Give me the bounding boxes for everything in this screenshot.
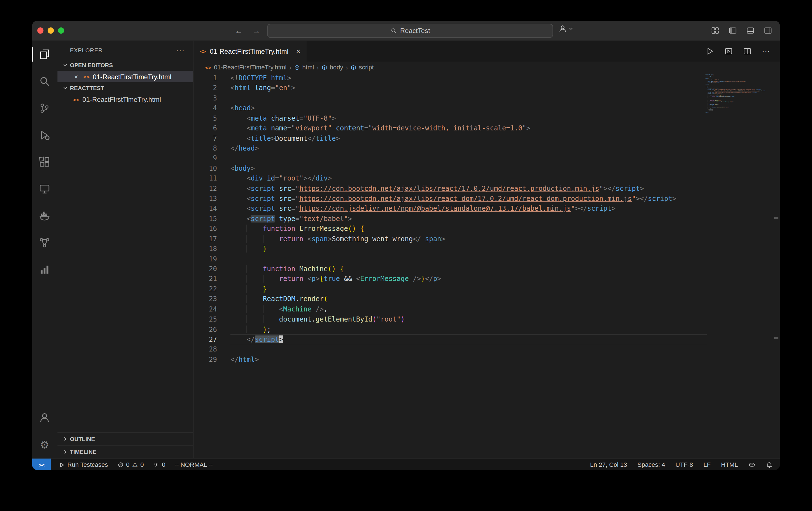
code-line-19[interactable] xyxy=(230,254,707,264)
close-window-button[interactable] xyxy=(37,27,44,34)
line-number[interactable]: 26 xyxy=(194,324,217,334)
workspace-header[interactable]: REACTTEST xyxy=(57,82,193,94)
customize-layout-icon[interactable] xyxy=(709,25,721,36)
code-line-29[interactable]: </html> xyxy=(230,355,707,365)
encoding[interactable]: UTF-8 xyxy=(674,461,694,469)
code-line-24[interactable]: <Machine />, xyxy=(230,304,707,314)
code-line-20[interactable]: function Machine() { xyxy=(230,264,707,274)
minimize-window-button[interactable] xyxy=(48,27,54,34)
run-debug-icon[interactable] xyxy=(32,122,57,149)
settings-gear-icon[interactable]: ⚙ xyxy=(32,431,57,458)
navigate-forward-button[interactable]: → xyxy=(251,26,262,35)
code-line-1[interactable]: <!DOCTYPE html> xyxy=(230,73,707,83)
code-line-25[interactable]: document.getElementById("root") xyxy=(230,314,707,324)
line-number[interactable]: 3 xyxy=(194,93,217,103)
line-number[interactable]: 6 xyxy=(194,123,217,133)
run-testcases-panel-icon[interactable] xyxy=(723,46,734,57)
code-line-2[interactable]: <html lang="en"> xyxy=(230,83,707,93)
code-line-4[interactable]: <head> xyxy=(230,103,707,113)
breadcrumb-file[interactable]: <> 01-ReactFirstTimeTry.html xyxy=(205,63,286,71)
vim-mode-indicator[interactable]: -- NORMAL -- xyxy=(174,459,214,470)
line-number[interactable]: 13 xyxy=(194,194,217,204)
remote-indicator[interactable]: >< xyxy=(32,459,51,470)
code-line-28[interactable] xyxy=(230,344,707,355)
navigate-back-button[interactable]: ← xyxy=(233,26,244,35)
code-line-13[interactable]: <script src="https://cdn.bootcdn.net/aja… xyxy=(230,194,707,204)
command-center-search[interactable]: ReactTest xyxy=(267,24,553,38)
line-number[interactable]: 23 xyxy=(194,294,217,304)
code-line-14[interactable]: <script src="https://cdn.jsdelivr.net/np… xyxy=(230,204,707,214)
breadcrumb-script[interactable]: script xyxy=(351,63,374,71)
line-number[interactable]: 16 xyxy=(194,224,217,234)
explorer-icon[interactable] xyxy=(32,41,57,68)
bar-chart-icon[interactable] xyxy=(32,256,57,283)
tab-01-reactfirsttimetry[interactable]: <> 01-ReactFirstTimeTry.html × xyxy=(194,41,307,62)
code-line-27[interactable]: </script> xyxy=(230,334,707,344)
toggle-primary-sidebar-icon[interactable] xyxy=(727,25,738,36)
graph-nodes-icon[interactable] xyxy=(32,229,57,256)
code-line-8[interactable]: </head> xyxy=(230,143,707,153)
line-number[interactable]: 28 xyxy=(194,344,217,355)
line-number[interactable]: 15 xyxy=(194,214,217,224)
more-actions-icon[interactable]: ··· xyxy=(760,46,772,57)
copilot-menu-button[interactable] xyxy=(558,24,574,33)
notifications-bell-icon[interactable] xyxy=(765,461,774,468)
outline-section-header[interactable]: OUTLINE xyxy=(57,432,193,445)
run-file-icon[interactable] xyxy=(704,46,716,57)
explorer-more-actions-icon[interactable]: ··· xyxy=(176,46,185,55)
line-number[interactable]: 8 xyxy=(194,143,217,153)
problems-indicator[interactable]: 0 ⚠ 0 xyxy=(116,459,145,470)
copilot-icon[interactable] xyxy=(747,461,757,469)
line-number[interactable]: 14 xyxy=(194,204,217,214)
line-number[interactable]: 18 xyxy=(194,244,217,254)
close-editor-icon[interactable]: × xyxy=(72,73,80,81)
line-number-gutter[interactable]: 1234567891011121314151617181920212223242… xyxy=(194,73,217,365)
code-line-5[interactable]: <meta charset="UTF-8"> xyxy=(230,113,707,123)
code-line-21[interactable]: return <p>{true && <ErrorMessage />}</p> xyxy=(230,274,707,284)
line-number[interactable]: 7 xyxy=(194,133,217,143)
cursor-position[interactable]: Ln 27, Col 13 xyxy=(589,461,628,469)
line-number[interactable]: 25 xyxy=(194,314,217,324)
open-editors-header[interactable]: OPEN EDITORS xyxy=(57,60,193,71)
remote-explorer-icon[interactable] xyxy=(32,176,57,202)
code-content[interactable]: <!DOCTYPE html><html lang="en"><head> <m… xyxy=(230,73,707,365)
eol-sequence[interactable]: LF xyxy=(702,461,712,469)
code-line-18[interactable]: } xyxy=(230,244,707,254)
source-control-icon[interactable] xyxy=(32,95,57,121)
breadcrumb-body[interactable]: body xyxy=(321,63,343,71)
line-number[interactable]: 22 xyxy=(194,284,217,294)
account-icon[interactable] xyxy=(32,404,57,431)
run-testcases-button[interactable]: Run Testcases xyxy=(58,459,109,470)
timeline-section-header[interactable]: TIMELINE xyxy=(57,445,193,458)
line-number[interactable]: 1 xyxy=(194,73,217,83)
extensions-icon[interactable] xyxy=(32,149,57,176)
line-number[interactable]: 11 xyxy=(194,174,217,184)
close-tab-icon[interactable]: × xyxy=(295,47,301,55)
code-line-10[interactable]: <body> xyxy=(230,163,707,174)
line-number[interactable]: 24 xyxy=(194,304,217,314)
code-line-12[interactable]: <script src="https://cdn.bootcdn.net/aja… xyxy=(230,184,707,194)
line-number[interactable]: 17 xyxy=(194,234,217,244)
code-line-11[interactable]: <div id="root"></div> xyxy=(230,174,707,184)
docker-icon[interactable] xyxy=(32,202,57,229)
search-icon[interactable] xyxy=(32,68,57,95)
code-line-9[interactable] xyxy=(230,153,707,163)
code-line-23[interactable]: ReactDOM.render( xyxy=(230,294,707,304)
code-line-22[interactable]: } xyxy=(230,284,707,294)
indentation[interactable]: Spaces: 4 xyxy=(636,461,666,469)
code-line-26[interactable]: ); xyxy=(230,324,707,334)
code-line-3[interactable] xyxy=(230,93,707,103)
code-line-17[interactable]: return <span>Something went wrong</ span… xyxy=(230,234,707,244)
code-line-7[interactable]: <title>Document</title> xyxy=(230,133,707,143)
line-number[interactable]: 5 xyxy=(194,113,217,123)
split-editor-icon[interactable] xyxy=(742,46,753,57)
line-number[interactable]: 4 xyxy=(194,103,217,113)
line-number[interactable]: 20 xyxy=(194,264,217,274)
code-line-15[interactable]: <script type="text/babel"> xyxy=(230,214,707,224)
line-number[interactable]: 2 xyxy=(194,83,217,93)
open-editor-item[interactable]: × <> 01-ReactFirstTimeTry.html xyxy=(57,71,193,82)
overview-ruler[interactable] xyxy=(773,73,780,458)
line-number[interactable]: 12 xyxy=(194,184,217,194)
language-mode[interactable]: HTML xyxy=(720,461,739,469)
toggle-secondary-sidebar-icon[interactable] xyxy=(762,25,774,36)
